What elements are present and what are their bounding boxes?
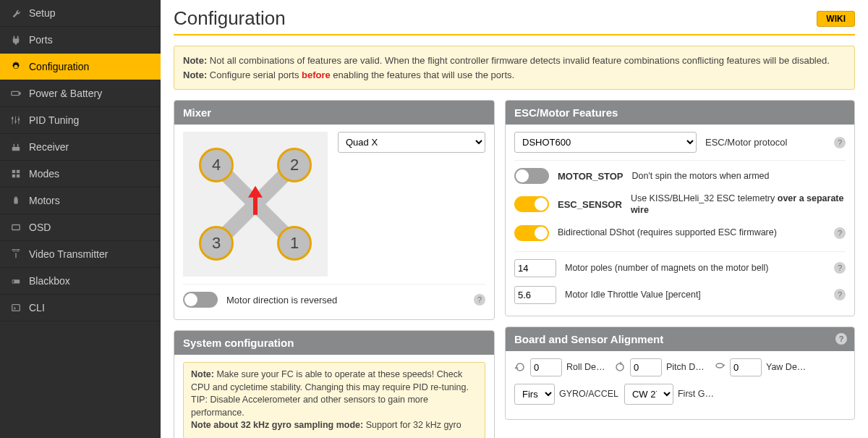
pitch-degrees-label: Pitch Degrees — [666, 362, 708, 372]
terminal-icon — [10, 302, 22, 313]
help-icon[interactable]: ? — [834, 289, 846, 300]
mixer-panel-header: Mixer — [174, 101, 494, 125]
sys-note-body: Make sure your FC is able to operate at … — [191, 369, 469, 418]
motor-poles-input[interactable] — [514, 259, 556, 277]
bidir-dshot-desc: Bidirectional DShot (requires supported … — [558, 227, 777, 238]
motor-3: 3 — [199, 226, 234, 261]
yaw-degrees-label: Yaw Degrees — [766, 362, 808, 372]
system-configuration-panel: System configuration Note: Make sure you… — [174, 330, 495, 438]
yaw-degrees-input[interactable] — [730, 358, 762, 376]
page-header: Configuration WIKI — [174, 7, 855, 35]
roll-degrees-input[interactable] — [530, 358, 562, 376]
sidebar-item-label: OSD — [29, 222, 51, 233]
sidebar-item-power-battery[interactable]: Power & Battery — [0, 80, 161, 107]
help-icon[interactable]: ? — [834, 137, 846, 148]
system-note: Note: Make sure your FC is able to opera… — [183, 362, 485, 438]
sidebar-item-setup[interactable]: Setup — [0, 0, 161, 27]
sidebar-item-label: CLI — [29, 302, 45, 313]
board-sensor-alignment-panel: Board and Sensor Alignment? Roll Degrees — [505, 327, 855, 420]
main-content: Configuration WIKI Note: Not all combina… — [161, 0, 868, 438]
motor-direction-toggle[interactable] — [183, 292, 218, 308]
sidebar-item-cli[interactable]: CLI — [0, 295, 161, 321]
pitch-degrees-input[interactable] — [630, 358, 662, 376]
first-gyro-select[interactable]: CW 270° — [624, 384, 673, 405]
mixer-panel: Mixer 4 2 3 1 Qua — [174, 100, 495, 320]
system-configuration-header: System configuration — [174, 331, 494, 355]
battery-icon — [10, 88, 22, 99]
sidebar-item-osd[interactable]: OSD — [0, 214, 161, 241]
sidebar-item-label: Configuration — [29, 61, 89, 72]
svg-rect-12 — [12, 174, 15, 177]
wrench-icon — [10, 7, 22, 19]
roll-icon — [514, 361, 526, 373]
sidebar-item-label: Modes — [29, 168, 59, 180]
esc-sensor-name: ESC_SENSOR — [558, 199, 622, 210]
sidebar-item-label: Ports — [29, 34, 53, 46]
sidebar: Setup Ports Configuration Power & Batter… — [0, 0, 161, 438]
svg-rect-10 — [12, 170, 15, 173]
bidir-dshot-toggle[interactable] — [514, 225, 549, 241]
sidebar-item-label: Video Transmitter — [29, 248, 108, 260]
svg-rect-11 — [17, 170, 20, 173]
svg-rect-13 — [17, 174, 20, 177]
motor-poles-label: Motor poles (number of magnets on the mo… — [565, 262, 768, 274]
svg-rect-15 — [14, 197, 17, 198]
sidebar-item-receiver[interactable]: Receiver — [0, 134, 161, 161]
sidebar-item-configuration[interactable]: Configuration — [0, 54, 161, 80]
help-icon[interactable]: ? — [834, 262, 846, 274]
svg-rect-4 — [15, 117, 16, 125]
motor-1: 1 — [277, 226, 312, 261]
modes-icon — [10, 168, 22, 180]
sidebar-item-label: PID Tuning — [29, 114, 79, 126]
motor-stop-toggle[interactable] — [514, 168, 549, 184]
esc-protocol-select[interactable]: DSHOT600 — [514, 132, 697, 153]
motor-idle-label: Motor Idle Throttle Value [percent] — [565, 289, 701, 300]
esc-sensor-toggle[interactable] — [514, 196, 549, 212]
sidebar-item-modes[interactable]: Modes — [0, 161, 161, 188]
help-icon[interactable]: ? — [834, 227, 846, 239]
sidebar-item-pid-tuning[interactable]: PID Tuning — [0, 107, 161, 134]
svg-rect-9 — [12, 147, 20, 151]
note-prefix: Note: — [183, 55, 210, 66]
sidebar-item-blackbox[interactable]: Blackbox — [0, 268, 161, 295]
svg-rect-16 — [12, 225, 20, 230]
svg-rect-1 — [12, 91, 20, 95]
arrow-up-icon — [247, 186, 264, 216]
antenna-icon — [10, 248, 22, 260]
gear-icon — [10, 61, 22, 72]
board-sensor-alignment-header: Board and Sensor Alignment? — [506, 327, 854, 351]
motor-direction-label: Motor direction is reversed — [226, 295, 337, 306]
sidebar-item-label: Receiver — [29, 141, 69, 153]
note-l2b: enabling the features that will use the … — [331, 70, 514, 80]
motor-4: 4 — [199, 148, 234, 182]
motor-stop-desc: Don't spin the motors when armed — [632, 170, 770, 182]
help-icon[interactable]: ? — [835, 333, 847, 345]
gyro-accel-label: GYRO/ACCEL — [559, 388, 618, 400]
sys-note2-body: Support for 32 kHz gyro — [366, 420, 461, 430]
sliders-icon — [10, 114, 22, 126]
motor-idle-input[interactable] — [514, 286, 556, 304]
svg-point-7 — [14, 120, 17, 122]
sidebar-item-motors[interactable]: Motors — [0, 188, 161, 214]
sidebar-item-label: Setup — [29, 7, 56, 19]
svg-point-20 — [516, 363, 524, 371]
esc-motor-features-panel: ESC/Motor Features DSHOT600 ESC/Motor pr… — [505, 100, 855, 316]
sidebar-item-video-transmitter[interactable]: Video Transmitter — [0, 241, 161, 268]
svg-point-0 — [14, 65, 17, 68]
blackbox-icon — [10, 275, 22, 287]
help-icon[interactable]: ? — [474, 294, 485, 306]
note-before: before — [302, 70, 331, 80]
motor-2: 2 — [277, 148, 312, 182]
mixer-select[interactable]: Quad X — [338, 132, 485, 153]
sidebar-item-label: Power & Battery — [29, 88, 102, 99]
esc-protocol-label: ESC/Motor protocol — [705, 137, 787, 148]
svg-rect-2 — [19, 93, 20, 94]
wiki-button[interactable]: WIKI — [817, 11, 855, 27]
note-prefix-2: Note: — [183, 70, 210, 80]
svg-point-21 — [616, 363, 624, 371]
receiver-icon — [10, 141, 22, 153]
note-l1: Not all combinations of features are val… — [210, 55, 830, 66]
motor-stop-name: MOTOR_STOP — [558, 171, 624, 182]
sidebar-item-ports[interactable]: Ports — [0, 27, 161, 54]
gyro-accel-select[interactable]: First — [514, 384, 555, 405]
